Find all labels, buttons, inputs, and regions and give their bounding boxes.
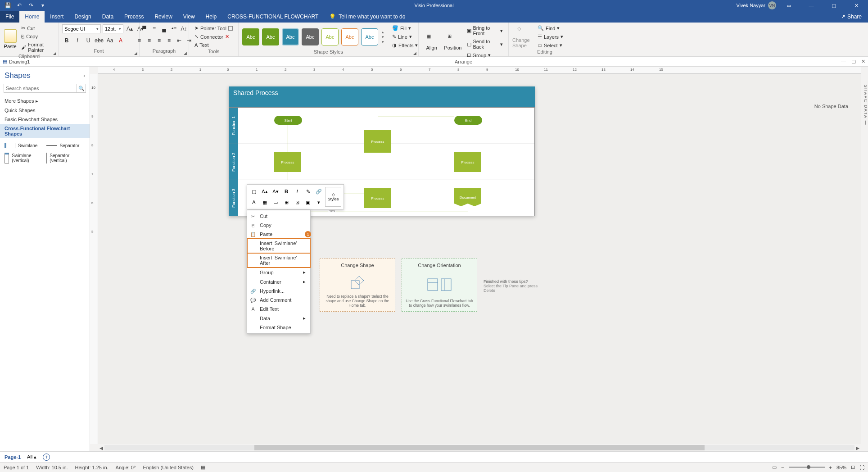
tab-file[interactable]: File [0, 11, 19, 23]
style-2[interactable]: Abc [262, 28, 279, 45]
font-launcher-icon[interactable]: ◢ [134, 51, 137, 55]
grow-font-icon[interactable]: A▴ [125, 24, 134, 33]
tab-design[interactable]: Design [69, 11, 96, 23]
tip-pane[interactable]: Change Shape Need to replace a shape? Se… [238, 259, 542, 312]
maximize-icon[interactable]: ▢ [824, 0, 844, 11]
effects-button[interactable]: ◑Effects▾ [390, 41, 420, 49]
paste-button[interactable]: Paste [4, 29, 17, 49]
connector[interactable] [468, 180, 468, 188]
connector[interactable] [288, 125, 288, 144]
fill-button[interactable]: 🪣Fill▾ [390, 24, 420, 32]
shape-data-tab[interactable]: SHAPE DATA — [861, 83, 868, 127]
mt-align-icon[interactable]: ⊞ [282, 198, 291, 207]
mt-more-icon[interactable]: ▾ [314, 198, 323, 207]
copy-button[interactable]: ⎘Copy [19, 33, 54, 40]
mt-line-icon[interactable]: ▭ [271, 198, 280, 207]
lane-1[interactable]: Function 1 Start End Process [229, 108, 534, 144]
style-5[interactable]: Abc [321, 28, 339, 45]
page-tab-1[interactable]: Page-1 [5, 454, 21, 460]
italic-button[interactable]: I [73, 36, 82, 45]
font-color-button[interactable]: A [116, 36, 125, 45]
tab-insert[interactable]: Insert [45, 11, 69, 23]
cat-quick[interactable]: Quick Shapes [0, 106, 90, 115]
scroll-left-icon[interactable]: ◂ [98, 444, 104, 452]
end-node[interactable]: End [454, 116, 482, 125]
cat-basic[interactable]: Basic Flowchart Shapes [0, 115, 90, 124]
send-back-button[interactable]: ▢Send to Back▾ [465, 38, 505, 50]
style-1[interactable]: Abc [242, 28, 259, 45]
mt-font-color-icon[interactable]: A [249, 198, 258, 207]
bring-front-button[interactable]: ▣Bring to Front▾ [465, 24, 505, 37]
connector[interactable] [378, 117, 454, 117]
mt-shrink-font-icon[interactable]: A▾ [271, 187, 280, 196]
save-icon[interactable]: 💾 [3, 1, 13, 10]
shape-swimlane-v[interactable]: Swimlane (vertical) [5, 153, 44, 163]
cm-copy[interactable]: ⎘Copy [247, 221, 310, 230]
change-case-button[interactable]: Aa [105, 36, 114, 45]
process-node-4[interactable]: Process [364, 188, 391, 208]
zoom-level[interactable]: 85% [836, 465, 846, 470]
doc-maximize-icon[interactable]: ▢ [851, 59, 856, 64]
align-button[interactable]: ▦Align [422, 33, 441, 50]
style-gallery-up-icon[interactable]: ▴ [382, 30, 384, 34]
redo-icon[interactable]: ↷ [26, 1, 36, 10]
more-shapes[interactable]: More Shapes ▸ [0, 96, 90, 106]
process-node-2[interactable]: Process [274, 152, 301, 172]
lane-1-label[interactable]: Function 1 [229, 108, 238, 144]
share-button[interactable]: ↗ Share [835, 11, 868, 23]
ribbon-display-icon[interactable]: ▭ [779, 0, 799, 11]
mt-highlight-icon[interactable]: ✎ [303, 187, 312, 196]
process-node-3[interactable]: Process [454, 152, 481, 172]
drawing-canvas[interactable]: Shared Process Function 1 Start End Proc… [98, 74, 861, 444]
doc-close-icon[interactable]: ✕ [861, 59, 865, 64]
tab-view[interactable]: View [178, 11, 200, 23]
clipboard-launcher-icon[interactable]: ◢ [53, 51, 56, 55]
bullets-icon[interactable]: •≡ [170, 24, 179, 33]
connector-tool-button[interactable]: ⤡Connector✕ [193, 33, 231, 41]
style-gallery-down-icon[interactable]: ▾ [382, 35, 384, 39]
qat-dropdown-icon[interactable]: ▾ [38, 1, 48, 10]
status-language[interactable]: English (United States) [143, 465, 194, 470]
pointer-tool-button[interactable]: ➤Pointer Tool [193, 24, 235, 32]
align-top-icon[interactable]: ▀ [140, 24, 149, 33]
shape-swimlane[interactable]: Swimlane [5, 143, 44, 148]
align-right-icon[interactable]: ≡ [155, 36, 164, 45]
style-6[interactable]: Abc [341, 28, 358, 45]
style-gallery-more-icon[interactable]: ▾ [382, 40, 384, 44]
strike-button[interactable]: abc [95, 36, 104, 45]
add-page-button[interactable]: + [43, 454, 50, 461]
horizontal-scrollbar[interactable]: ◂ ▸ [98, 444, 861, 451]
undo-icon[interactable]: ↶ [14, 1, 24, 10]
shape-separator[interactable]: Separator [46, 143, 86, 148]
zoom-out-button[interactable]: − [781, 465, 784, 470]
cm-format-shape[interactable]: Format Shape [247, 323, 310, 332]
mt-edit-icon[interactable]: ▢ [249, 187, 258, 196]
group-button[interactable]: ⊡Group▾ [465, 51, 505, 59]
text-direction-icon[interactable]: A↕ [180, 24, 189, 33]
dec-indent-icon[interactable]: ⇤ [175, 36, 184, 45]
connector[interactable] [378, 180, 378, 188]
cm-data[interactable]: Data▸ [247, 313, 310, 323]
cm-paste[interactable]: 📋Paste [247, 230, 310, 239]
mt-group-icon[interactable]: ⊡ [293, 198, 302, 207]
mt-italic-button[interactable]: I [293, 187, 302, 196]
text-tool-button[interactable]: AText [193, 41, 211, 49]
connector[interactable] [468, 144, 468, 152]
lane-2-label[interactable]: Function 2 [229, 144, 238, 180]
tell-me[interactable]: 💡 Tell me what you want to do [329, 11, 405, 23]
macro-icon[interactable]: ▦ [201, 464, 205, 470]
close-icon[interactable]: ✕ [846, 0, 866, 11]
avatar[interactable]: VN [768, 1, 776, 9]
connector[interactable] [378, 117, 378, 130]
lane-3-label[interactable]: Function 3 [229, 180, 238, 216]
format-painter-button[interactable]: 🖌Format Painter [19, 41, 54, 54]
tip-change-shape[interactable]: Change Shape Need to replace a shape? Se… [320, 259, 395, 312]
scroll-right-icon[interactable]: ▸ [854, 444, 861, 452]
connector[interactable] [468, 206, 468, 212]
tab-home[interactable]: Home [19, 11, 45, 23]
style-7[interactable]: Abc [361, 28, 378, 45]
mt-arrange-icon[interactable]: ▣ [303, 198, 312, 207]
connector[interactable] [378, 144, 378, 180]
zoom-slider[interactable] [789, 467, 825, 468]
all-pages[interactable]: All ▴ [27, 454, 36, 460]
